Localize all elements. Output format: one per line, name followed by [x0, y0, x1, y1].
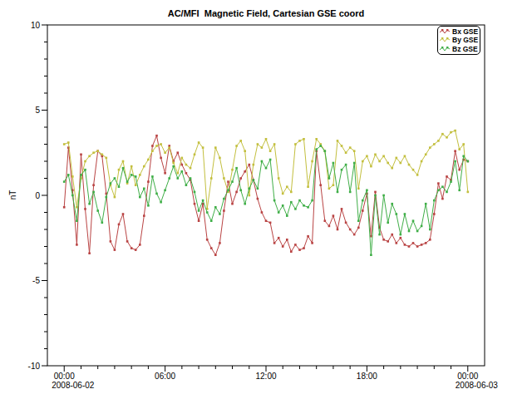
data-point-marker-by-gse — [441, 133, 444, 135]
data-point-marker-by-gse — [298, 140, 301, 142]
data-point-marker-bz-gse — [278, 211, 280, 214]
data-point-marker-bz-gse — [374, 195, 377, 197]
data-point-marker-bx-gse — [181, 164, 184, 166]
data-point-marker-by-gse — [185, 164, 188, 166]
data-point-marker-by-gse — [374, 154, 377, 156]
data-point-marker-by-gse — [357, 188, 360, 190]
data-point-marker-bz-gse — [76, 219, 78, 222]
data-point-marker-by-gse — [433, 143, 436, 145]
data-point-marker-by-gse — [249, 195, 251, 197]
data-point-marker-bz-gse — [408, 230, 411, 233]
data-point-marker-bx-gse — [454, 150, 456, 152]
data-point-marker-bx-gse — [198, 219, 200, 222]
data-point-marker-bz-gse — [294, 208, 297, 210]
data-point-marker-by-gse — [328, 188, 331, 190]
data-point-marker-bz-gse — [194, 191, 196, 194]
data-point-marker-bx-gse — [143, 214, 145, 217]
data-point-marker-by-gse — [219, 157, 221, 160]
data-point-marker-bx-gse — [206, 239, 209, 241]
data-point-marker-by-gse — [396, 157, 398, 160]
data-point-marker-bx-gse — [147, 180, 150, 183]
data-point-marker-bz-gse — [164, 190, 166, 192]
data-point-marker-bz-gse — [315, 148, 318, 150]
data-point-marker-by-gse — [366, 155, 368, 158]
data-point-marker-bx-gse — [396, 242, 398, 244]
data-point-marker-by-gse — [450, 131, 452, 134]
data-point-marker-by-gse — [114, 196, 116, 199]
data-point-marker-bz-gse — [454, 160, 456, 163]
data-point-marker-bx-gse — [114, 249, 116, 251]
data-point-marker-bz-gse — [257, 188, 259, 190]
data-point-marker-bx-gse — [118, 224, 121, 226]
data-point-marker-bz-gse — [210, 219, 213, 222]
data-point-marker-bx-gse — [345, 222, 347, 224]
bz-line-sample-icon — [440, 46, 451, 52]
data-point-marker-by-gse — [71, 175, 74, 178]
legend-item-bx: Bx GSE — [440, 27, 480, 36]
data-point-marker-bx-gse — [110, 240, 112, 243]
data-point-marker-bx-gse — [357, 227, 360, 229]
data-point-marker-bx-gse — [227, 180, 229, 183]
data-point-marker-bz-gse — [429, 229, 431, 231]
data-point-marker-bz-gse — [303, 204, 305, 207]
data-point-marker-by-gse — [76, 206, 78, 209]
data-point-marker-by-gse — [341, 145, 343, 147]
legend-item-bz: Bz GSE — [440, 45, 480, 53]
data-point-marker-by-gse — [362, 160, 364, 163]
data-point-marker-by-gse — [96, 150, 99, 152]
data-point-marker-bx-gse — [261, 211, 264, 214]
data-point-marker-bx-gse — [416, 245, 419, 248]
data-point-marker-by-gse — [337, 140, 339, 142]
data-point-marker-bz-gse — [219, 213, 221, 215]
data-point-marker-bz-gse — [273, 200, 276, 202]
data-point-marker-bx-gse — [239, 177, 242, 180]
data-point-marker-bz-gse — [110, 182, 112, 185]
data-point-marker-bz-gse — [425, 203, 427, 205]
data-point-marker-by-gse — [391, 167, 393, 170]
data-point-marker-bx-gse — [458, 169, 461, 171]
data-point-marker-by-gse — [231, 169, 234, 171]
data-point-marker-bx-gse — [307, 235, 309, 238]
data-point-marker-bz-gse — [307, 206, 309, 209]
data-point-marker-bz-gse — [84, 169, 86, 171]
data-point-marker-bx-gse — [282, 245, 284, 248]
data-point-marker-by-gse — [239, 140, 242, 142]
data-point-marker-bz-gse — [80, 174, 82, 176]
data-point-marker-by-gse — [437, 140, 440, 142]
series-line-by-gse — [64, 131, 468, 209]
data-point-marker-bx-gse — [139, 244, 141, 246]
data-point-marker-by-gse — [425, 154, 427, 156]
data-point-marker-bx-gse — [76, 244, 78, 246]
data-point-marker-by-gse — [286, 185, 288, 188]
data-point-marker-by-gse — [88, 155, 91, 158]
data-point-marker-bz-gse — [269, 159, 272, 161]
data-point-marker-bz-gse — [155, 193, 158, 195]
data-point-marker-by-gse — [458, 148, 461, 150]
data-point-marker-bx-gse — [391, 234, 393, 236]
data-point-marker-bz-gse — [253, 179, 255, 181]
data-point-marker-by-gse — [332, 184, 335, 186]
data-point-marker-bz-gse — [353, 162, 356, 165]
data-point-marker-bz-gse — [446, 191, 448, 194]
data-point-marker-by-gse — [429, 146, 431, 149]
data-point-marker-bz-gse — [147, 204, 150, 207]
data-point-marker-by-gse — [290, 191, 293, 194]
data-point-marker-by-gse — [63, 143, 66, 145]
data-point-marker-by-gse — [349, 146, 352, 149]
data-point-marker-bz-gse — [151, 175, 154, 178]
data-point-marker-bz-gse — [71, 195, 74, 197]
data-point-marker-by-gse — [143, 165, 145, 168]
data-point-marker-bx-gse — [362, 209, 364, 212]
data-point-marker-bx-gse — [311, 242, 313, 244]
data-point-marker-by-gse — [198, 141, 200, 144]
data-point-marker-bz-gse — [337, 191, 339, 194]
data-point-marker-bz-gse — [106, 196, 108, 199]
data-point-marker-by-gse — [177, 172, 180, 175]
data-point-marker-bz-gse — [214, 206, 217, 209]
data-point-marker-bx-gse — [446, 175, 448, 178]
data-point-marker-bz-gse — [298, 200, 301, 202]
data-point-marker-bx-gse — [84, 208, 86, 210]
data-point-marker-bz-gse — [131, 174, 133, 176]
data-point-marker-bz-gse — [458, 190, 461, 192]
data-point-marker-bx-gse — [194, 203, 196, 205]
